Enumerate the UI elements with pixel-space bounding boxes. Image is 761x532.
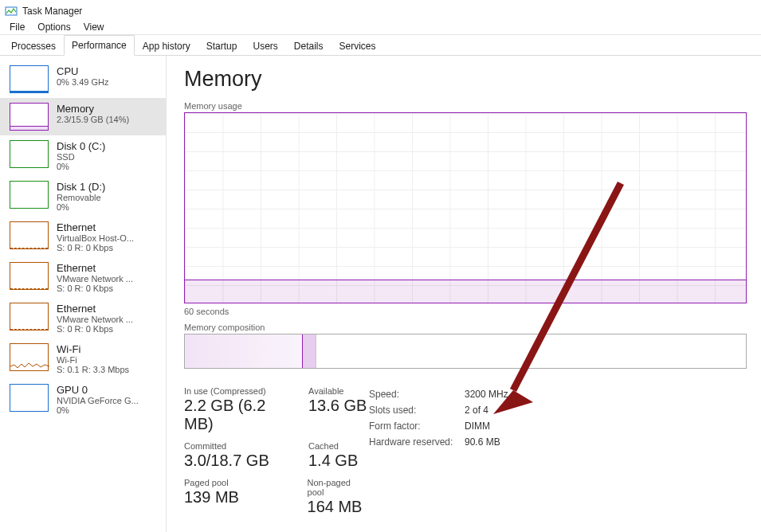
tab-services[interactable]: Services: [331, 36, 384, 56]
sidebar-item-sub2: S: 0.1 R: 3.3 Mbps: [57, 365, 159, 374]
paged-value: 139 MB: [184, 488, 295, 507]
menu-options[interactable]: Options: [31, 20, 76, 34]
memory-usage-chart[interactable]: [184, 112, 747, 303]
inuse-label: In use (Compressed): [184, 386, 296, 396]
menu-view[interactable]: View: [77, 20, 111, 34]
ethernet-thumb-icon: [10, 221, 49, 249]
available-value: 13.6 GB: [308, 397, 367, 415]
tab-startup[interactable]: Startup: [198, 36, 245, 56]
gpu-thumb-icon: [10, 384, 49, 412]
sidebar-item-disk1[interactable]: Disk 1 (D:) Removable 0%: [0, 176, 166, 217]
sidebar-item-label: Ethernet: [57, 262, 159, 274]
sidebar-item-ethernet-2[interactable]: Ethernet VMware Network ... S: 0 R: 0 Kb…: [0, 257, 166, 298]
memory-usage-label: Memory usage: [184, 101, 747, 111]
memory-composition-label: Memory composition: [184, 323, 747, 332]
committed-label: Committed: [184, 441, 296, 451]
sidebar-item-disk0[interactable]: Disk 0 (C:) SSD 0%: [0, 135, 166, 176]
sidebar-item-sub2: S: 0 R: 0 Kbps: [57, 284, 159, 293]
title-bar: Task Manager: [0, 0, 761, 19]
task-manager-icon: [5, 5, 18, 18]
form-label: Form factor:: [369, 418, 465, 434]
speed-label: Speed:: [369, 386, 465, 402]
slots-label: Slots used:: [369, 402, 465, 418]
tab-apphistory[interactable]: App history: [135, 36, 198, 56]
performance-sidebar: CPU 0% 3.49 GHz Memory 2.3/15.9 GB (14%)…: [0, 56, 167, 532]
tab-details[interactable]: Details: [286, 36, 331, 56]
sidebar-item-label: Ethernet: [57, 303, 159, 315]
sidebar-item-sub: Removable: [57, 193, 159, 202]
sidebar-item-label: CPU: [57, 65, 159, 77]
sidebar-item-label: Wi-Fi: [57, 343, 159, 355]
axis-left-label: 60 seconds: [184, 307, 229, 316]
memory-composition-chart[interactable]: [184, 334, 747, 369]
inuse-value: 2.2 GB (6.2 MB): [184, 397, 296, 433]
hw-value: 90.6 MB: [465, 434, 500, 450]
nonpaged-value: 164 MB: [308, 498, 369, 516]
ethernet-thumb-icon: [10, 262, 49, 290]
hw-label: Hardware reserved:: [369, 434, 465, 450]
sidebar-item-sub: 0% 3.49 GHz: [57, 77, 159, 87]
sidebar-item-sub2: 0%: [57, 202, 159, 212]
menu-file[interactable]: File: [3, 20, 31, 34]
main-panel: Memory Memory usage 60 seconds Memory co…: [167, 56, 761, 532]
sidebar-item-sub: VirtualBox Host-O...: [57, 233, 159, 243]
sidebar-item-ethernet-3[interactable]: Ethernet VMware Network ... S: 0 R: 0 Kb…: [0, 298, 166, 338]
sidebar-item-wifi[interactable]: Wi-Fi Wi-Fi S: 0.1 R: 3.3 Mbps: [0, 338, 166, 379]
tab-bar: Processes Performance App history Startu…: [0, 35, 761, 56]
wifi-thumb-icon: [10, 343, 49, 371]
sidebar-item-sub2: 0%: [57, 162, 159, 171]
sidebar-item-sub: NVIDIA GeForce G...: [57, 396, 159, 405]
disk-thumb-icon: [10, 140, 49, 168]
page-title: Memory: [184, 67, 747, 92]
nonpaged-label: Non-paged pool: [308, 478, 369, 497]
window-title: Task Manager: [22, 6, 82, 17]
memory-thumb-icon: [10, 103, 49, 131]
cached-label: Cached: [308, 441, 358, 451]
sidebar-item-label: Memory: [57, 103, 159, 115]
sidebar-item-sub2: S: 0 R: 0 Kbps: [57, 243, 159, 252]
form-value: DIMM: [465, 418, 490, 434]
tab-users[interactable]: Users: [245, 36, 285, 56]
sidebar-item-label: Disk 1 (D:): [57, 181, 159, 193]
sidebar-item-sub: 2.3/15.9 GB (14%): [57, 115, 159, 124]
sidebar-item-sub: VMware Network ...: [57, 315, 159, 324]
sidebar-item-sub2: 0%: [57, 405, 159, 415]
sidebar-item-label: GPU 0: [57, 384, 159, 396]
tab-performance[interactable]: Performance: [64, 35, 135, 56]
speed-value: 3200 MHz: [465, 386, 508, 402]
disk-thumb-icon: [10, 181, 49, 209]
sidebar-item-sub: SSD: [57, 152, 159, 162]
committed-value: 3.0/18.7 GB: [184, 452, 296, 470]
tab-processes[interactable]: Processes: [3, 36, 64, 56]
sidebar-item-sub2: S: 0 R: 0 Kbps: [57, 324, 159, 334]
paged-label: Paged pool: [184, 478, 295, 487]
ethernet-thumb-icon: [10, 303, 49, 331]
sidebar-item-label: Ethernet: [57, 221, 159, 233]
sidebar-item-cpu[interactable]: CPU 0% 3.49 GHz: [0, 61, 166, 98]
cpu-thumb-icon: [10, 65, 49, 93]
sidebar-item-label: Disk 0 (C:): [57, 140, 159, 152]
cached-value: 1.4 GB: [308, 452, 358, 470]
sidebar-item-gpu0[interactable]: GPU 0 NVIDIA GeForce G... 0%: [0, 379, 166, 420]
available-label: Available: [308, 386, 367, 396]
sidebar-item-ethernet-1[interactable]: Ethernet VirtualBox Host-O... S: 0 R: 0 …: [0, 217, 166, 257]
sidebar-item-memory[interactable]: Memory 2.3/15.9 GB (14%): [0, 98, 166, 135]
slots-value: 2 of 4: [465, 402, 488, 418]
sidebar-item-sub: VMware Network ...: [57, 274, 159, 284]
sidebar-item-sub: Wi-Fi: [57, 355, 159, 365]
menu-bar: File Options View: [0, 19, 761, 35]
